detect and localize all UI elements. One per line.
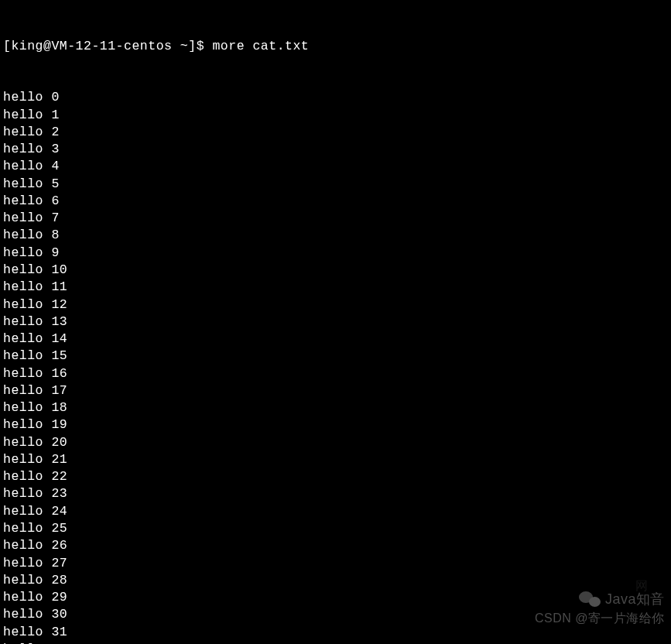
output-line: hello 8 [3, 227, 671, 244]
output-line: hello 26 [3, 537, 671, 554]
output-line: hello 32 [3, 641, 671, 644]
output-line: hello 24 [3, 503, 671, 520]
output-line: hello 7 [3, 210, 671, 227]
output-line: hello 16 [3, 365, 671, 382]
output-line: hello 28 [3, 572, 671, 589]
output-line: hello 2 [3, 124, 671, 141]
watermark-java: Java知音 [579, 590, 665, 608]
wechat-icon [579, 590, 601, 608]
output-line: hello 17 [3, 382, 671, 399]
output-line: hello 18 [3, 399, 671, 416]
output-line: hello 19 [3, 416, 671, 433]
output-line: hello 25 [3, 520, 671, 537]
output-line: hello 3 [3, 141, 671, 158]
output-line: hello 20 [3, 434, 671, 451]
output-line: hello 5 [3, 176, 671, 193]
output-line: hello 29 [3, 589, 671, 606]
output-line: hello 12 [3, 296, 671, 313]
output-line: hello 9 [3, 245, 671, 262]
prompt-user-host: [king@VM-12-11-centos ~]$ [3, 39, 204, 53]
terminal-output[interactable]: [king@VM-12-11-centos ~]$ more cat.txt h… [3, 3, 671, 644]
output-line: hello 1 [3, 107, 671, 124]
prompt-command: more cat.txt [212, 39, 309, 53]
output-line: hello 13 [3, 313, 671, 331]
prompt-line: [king@VM-12-11-centos ~]$ more cat.txt [3, 38, 671, 55]
output-line: hello 15 [3, 348, 671, 365]
output-line: hello 0 [3, 89, 671, 106]
output-line: hello 21 [3, 451, 671, 468]
output-line: hello 11 [3, 279, 671, 296]
output-line: hello 27 [3, 555, 671, 572]
output-line: hello 10 [3, 262, 671, 279]
output-lines: hello 0hello 1hello 2hello 3hello 4hello… [3, 89, 671, 644]
output-line: hello 22 [3, 468, 671, 485]
watermark-java-text: Java知音 [605, 590, 665, 608]
output-line: hello 4 [3, 158, 671, 175]
watermark-csdn: CSDN @寄一片海给你 [535, 610, 665, 627]
output-line: hello 14 [3, 331, 671, 348]
output-line: hello 6 [3, 193, 671, 210]
output-line: hello 23 [3, 485, 671, 502]
